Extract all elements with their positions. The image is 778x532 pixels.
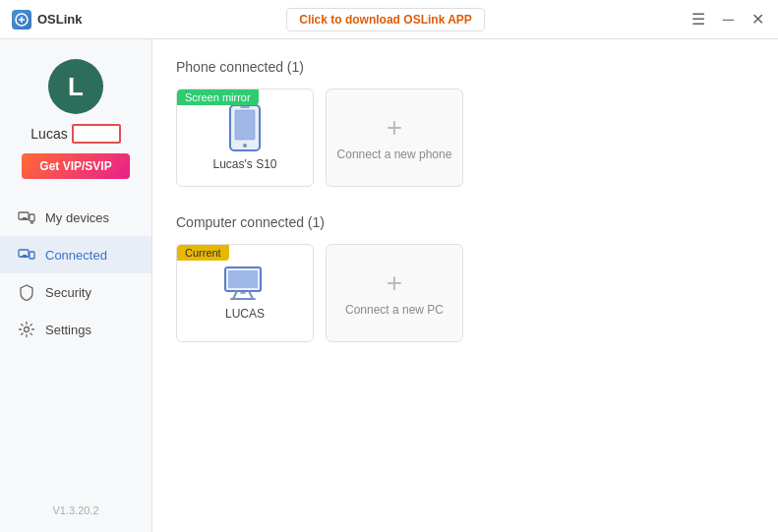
titlebar-left: OSLink <box>12 10 83 30</box>
add-pc-label: Connect a new PC <box>345 303 444 317</box>
menu-button[interactable]: ☰ <box>689 10 707 30</box>
computer-device-name-0: LUCAS <box>225 307 265 321</box>
phone-section-title: Phone connected (1) <box>176 59 754 75</box>
nav-items: My devices Connected <box>0 199 151 348</box>
add-phone-label: Connect a new phone <box>337 148 452 161</box>
window-controls: ☰ ─ ✕ <box>689 10 766 30</box>
security-icon <box>18 283 35 301</box>
content-area: Phone connected (1) Screen mirror Lucas'… <box>152 39 778 532</box>
vip-button[interactable]: Get VIP/SVIP <box>22 153 129 179</box>
svg-rect-15 <box>235 110 255 140</box>
svg-rect-4 <box>23 217 27 219</box>
phone-device-card-0[interactable]: Screen mirror Lucas's S10 <box>176 89 314 187</box>
screen-mirror-badge: Screen mirror <box>177 89 259 105</box>
computer-device-grid: Current LUCAS + Connect a new PC <box>176 244 754 342</box>
sidebar-item-label-settings: Settings <box>45 323 91 337</box>
svg-point-17 <box>243 144 247 148</box>
svg-rect-11 <box>21 257 29 258</box>
download-text-prefix: Click to download <box>299 13 403 27</box>
phone-device-grid: Screen mirror Lucas's S10 + Connect a ne… <box>176 89 754 187</box>
download-button[interactable]: Click to download OSLink APP <box>286 8 485 31</box>
settings-icon <box>18 321 35 338</box>
svg-point-13 <box>25 327 30 332</box>
connected-icon <box>18 246 35 264</box>
sidebar-item-label-security: Security <box>45 285 91 300</box>
phone-device-name-0: Lucas's S10 <box>213 157 277 171</box>
computer-device-card-0[interactable]: Current LUCAS <box>176 244 314 342</box>
add-pc-icon: + <box>387 269 402 297</box>
close-button[interactable]: ✕ <box>749 10 766 30</box>
svg-rect-5 <box>21 219 29 220</box>
my-devices-icon <box>18 208 35 226</box>
sidebar-item-connected[interactable]: Connected <box>0 236 151 273</box>
add-phone-card[interactable]: + Connect a new phone <box>326 89 463 187</box>
version-label: V1.3.20.2 <box>52 504 98 532</box>
username-row: Lucas <box>30 124 120 144</box>
sidebar-item-label-my-devices: My devices <box>45 210 109 225</box>
avatar: L <box>48 59 103 114</box>
sidebar: L Lucas Get VIP/SVIP My devices <box>0 39 152 532</box>
svg-rect-10 <box>23 255 27 257</box>
username-label: Lucas <box>30 126 67 142</box>
app-name: OSLink <box>37 12 83 27</box>
sidebar-item-label-connected: Connected <box>45 248 107 263</box>
sidebar-item-my-devices[interactable]: My devices <box>0 199 151 236</box>
main-layout: L Lucas Get VIP/SVIP My devices <box>0 39 778 532</box>
add-phone-icon: + <box>387 114 402 142</box>
sidebar-item-security[interactable]: Security <box>0 273 151 311</box>
svg-line-21 <box>233 291 237 299</box>
download-highlight: OSLink APP <box>403 13 472 27</box>
computer-section-title: Computer connected (1) <box>176 214 754 230</box>
username-input[interactable] <box>72 124 121 144</box>
current-badge: Current <box>177 245 229 261</box>
phone-device-icon <box>227 104 263 151</box>
add-pc-card[interactable]: + Connect a new PC <box>326 244 463 342</box>
minimize-button[interactable]: ─ <box>721 10 736 30</box>
sidebar-item-settings[interactable]: Settings <box>0 311 151 348</box>
svg-rect-20 <box>228 270 258 288</box>
svg-line-22 <box>249 291 253 299</box>
svg-rect-12 <box>30 252 34 259</box>
app-logo <box>12 10 31 30</box>
titlebar-center: Click to download OSLink APP <box>286 8 485 31</box>
titlebar: OSLink Click to download OSLink APP ☰ ─ … <box>0 0 778 39</box>
pc-device-icon <box>223 266 267 301</box>
svg-rect-6 <box>30 214 34 221</box>
